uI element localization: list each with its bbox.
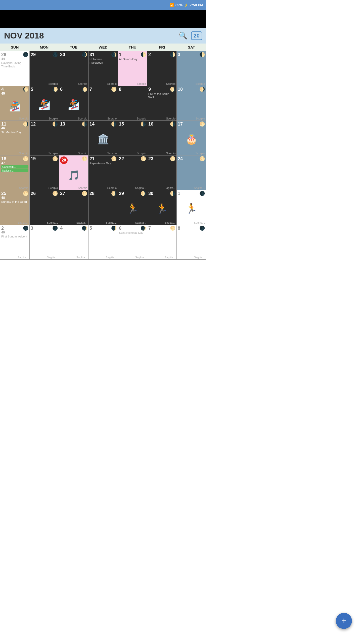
cell-top-row: 29🌑 <box>31 52 58 57</box>
cell-emoji: 🏛️ <box>89 126 117 152</box>
calendar-cell[interactable]: 2🌓Scorpio <box>147 51 177 86</box>
cell-date-number: 15 <box>119 122 124 126</box>
calendar-cell[interactable]: 20🌕🎵Scorpio <box>59 155 88 190</box>
zodiac-label: Scorpio <box>178 117 205 120</box>
calendar-cell[interactable]: 22🌕Sagitta... <box>118 155 147 190</box>
zodiac-label: Sagitta... <box>31 256 58 259</box>
moon-phase-icon: 🌒 <box>82 226 87 230</box>
calendar-cell[interactable]: 28🌖Sagitta... <box>88 190 118 225</box>
moon-phase-icon: 🌓 <box>141 52 146 57</box>
calendar-cell[interactable]: 31🌒Reformati... HalloweenScorpio <box>88 51 118 86</box>
calendar-cell[interactable]: 18🌕47Gartenarb...National...Scorpio <box>0 155 30 190</box>
calendar-cell[interactable]: 8🌑Sagitta... <box>177 225 206 260</box>
cell-top-row: 31🌒 <box>89 52 117 57</box>
calendar-cell[interactable]: 11🌖46St. Martin's DayScorpio <box>0 121 30 155</box>
cell-top-row: 26🌕 <box>31 191 58 196</box>
calendar-cell[interactable]: 29🌖🏃Sagitta... <box>118 190 147 225</box>
calendar-cell[interactable]: 6🌔🏂Scorpio <box>59 86 88 121</box>
zodiac-label: Scorpio <box>31 152 58 155</box>
calendar-cell[interactable]: 21🌕Repentance DayScorpio <box>88 155 118 190</box>
cell-event-text: Fall of the Berlin Wall <box>148 92 175 117</box>
zodiac-label: Scorpio <box>178 82 205 85</box>
calendar-cell[interactable]: 7🌕Sagitta... <box>147 225 177 260</box>
cell-date-number: 3 <box>31 226 33 230</box>
calendar-cell[interactable]: 4🌒Sagitta... <box>59 225 88 260</box>
moon-phase-icon: 🌑 <box>52 226 58 230</box>
calendar-cell[interactable]: 29🌑Scorpio <box>30 51 59 86</box>
zodiac-label: Scorpio <box>178 152 205 155</box>
header-icons: 🔍 20 <box>179 31 202 40</box>
cell-top-row: 16🌗 <box>148 122 175 126</box>
moon-phase-icon: 🌒 <box>82 52 87 57</box>
cell-top-row: 21🌕 <box>89 156 117 161</box>
calendar-cell[interactable]: 2🌑49First Sunday AdventSagitta... <box>0 225 30 260</box>
cell-top-row: 17🌕 <box>178 122 205 126</box>
cell-event-text: St. Martin's Day <box>1 131 28 152</box>
cell-date-number: 7 <box>89 87 92 92</box>
zodiac-label: Sagitta... <box>148 256 175 259</box>
calendar-cell[interactable]: 17🌕🎂Scorpio <box>177 121 206 155</box>
zodiac-label: Scorpio <box>60 186 87 189</box>
calendar-cell[interactable]: 7🌕Scorpio <box>88 86 118 121</box>
status-bar: 📶 89% ⚡ 7:50 PM <box>0 0 206 10</box>
calendar-cell[interactable]: 5🌒Sagitta... <box>88 225 118 260</box>
calendar-cell[interactable]: 9🌖Fall of the Berlin WallScorpio <box>147 86 177 121</box>
cell-top-row: 28🌑 <box>1 52 28 57</box>
event-tag-2: National... <box>1 169 28 172</box>
calendar-cell[interactable]: 30🌗🏃Sagitta... <box>147 190 177 225</box>
cell-date-number: 29 <box>31 52 36 57</box>
cell-date-number: 5 <box>31 87 33 92</box>
zodiac-label: Sagitta... <box>178 256 205 259</box>
moon-phase-icon: 🌕 <box>170 226 175 230</box>
cell-top-row: 2🌑 <box>1 226 28 230</box>
moon-phase-icon: 🌕 <box>111 156 117 161</box>
zodiac-label: Sagitta... <box>178 186 205 189</box>
cell-emoji: 🏂 <box>1 95 28 117</box>
calendar-cell[interactable]: 8Scorpio <box>118 86 147 121</box>
cell-date-number: 2 <box>1 226 4 230</box>
calendar-cell[interactable]: 26🌕Sagitta... <box>30 190 59 225</box>
today-button[interactable]: 20 <box>191 31 202 40</box>
calendar-cell[interactable]: 1🌑🏃Sagitta... <box>177 190 206 225</box>
cell-date-number: 29 <box>119 191 124 196</box>
calendar-cell[interactable]: 30🌒Scorpio <box>59 51 88 86</box>
calendar-cell[interactable]: 16🌗Scorpio <box>147 121 177 155</box>
moon-phase-icon: 🌑 <box>199 191 205 196</box>
cell-date-number: 11 <box>1 122 6 126</box>
week-number: 47 <box>1 161 28 165</box>
cell-date-number: 5 <box>89 226 92 230</box>
calendar-cell[interactable]: 1🌓All Saint's DayScorpio <box>118 51 147 86</box>
calendar-cell[interactable]: 25🌕48Sunday of the DeadSagitta... <box>0 190 30 225</box>
calendar-cell[interactable]: 4🌔45🏂Scorpio <box>0 86 30 121</box>
calendar-cell[interactable]: 12🌗Scorpio <box>30 121 59 155</box>
calendar-cell[interactable]: 3🌓Scorpio <box>177 51 206 86</box>
cell-date-number: 6 <box>119 226 121 230</box>
calendar-cell[interactable]: 28🌑44Daylight Saving Time Ends <box>0 51 30 86</box>
moon-phase-icon: 🌔 <box>52 87 58 92</box>
calendar-cell[interactable]: 5🌔🏂Scorpio <box>30 86 59 121</box>
calendar-cell[interactable]: 24🌕Sagitta... <box>177 155 206 190</box>
calendar-cell[interactable]: 14🌗🏛️Scorpio <box>88 121 118 155</box>
cell-emoji: 🏃 <box>178 196 205 221</box>
zodiac-label: Scorpio <box>119 82 146 85</box>
calendar-cell[interactable]: 15🌗Scorpio <box>118 121 147 155</box>
moon-phase-icon: 🌗 <box>141 122 146 126</box>
search-icon[interactable]: 🔍 <box>179 31 188 40</box>
zodiac-label: Sagitta... <box>148 186 175 189</box>
calendar-cell[interactable]: 3🌑Sagitta... <box>30 225 59 260</box>
calendar-cell[interactable]: 27🌕Sagitta... <box>59 190 88 225</box>
calendar-cell[interactable]: 6🌒Saint Nicholas DaySagitta... <box>118 225 147 260</box>
zodiac-label: Sagitta... <box>148 221 175 224</box>
cell-top-row: 4🌒 <box>60 226 87 230</box>
calendar-cell[interactable]: 10🌖Scorpio <box>177 86 206 121</box>
zodiac-label: Scorpio <box>31 186 58 189</box>
calendar-cell[interactable]: 13🌗Scorpio <box>59 121 88 155</box>
calendar-cell[interactable]: 23🌕Sagitta... <box>147 155 177 190</box>
cell-date-number: 7 <box>148 226 151 230</box>
cell-top-row: 29🌖 <box>119 191 146 196</box>
calendar-cell[interactable]: 19🌕Scorpio <box>30 155 59 190</box>
zodiac-label: Sagitta... <box>31 221 58 224</box>
cell-top-row: 6🌔 <box>60 87 87 92</box>
moon-phase-icon: 🌕 <box>52 156 58 161</box>
cell-date-number: 13 <box>60 122 65 126</box>
